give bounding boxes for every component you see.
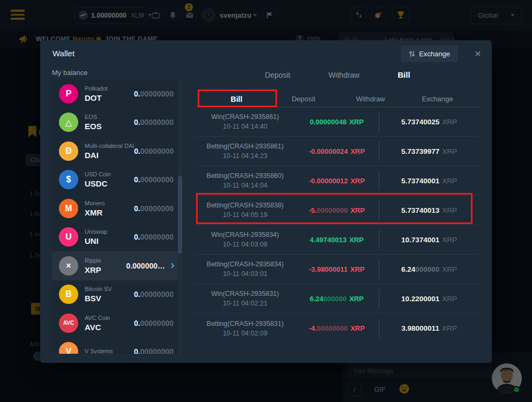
coin-ticker: DAI: [85, 151, 134, 160]
coin-ticker: XRP: [85, 265, 101, 274]
running-balance: 5.73739977XRP: [379, 147, 479, 155]
divider: [379, 230, 379, 250]
transaction-type: Win(CRASH-2935834): [196, 231, 295, 239]
transaction-type: Betting(CRASH-2935860): [196, 172, 295, 180]
coin-balance: 0.00000000: [134, 347, 174, 354]
transaction-time: 10-11 04:03:01: [196, 270, 295, 278]
transaction-type: Betting(CRASH-2935861): [196, 143, 295, 150]
coin-balance: 0.00000000: [134, 204, 174, 213]
transaction-type: Betting(CRASH-2935838): [196, 202, 295, 209]
bill-filter-tabs: BillDepositWithdrawExchange: [196, 92, 479, 107]
table-row: Betting(CRASH-2935831) 10-11 04:02:09 -4…: [196, 314, 479, 343]
transaction-time: 10-11 04:02:09: [196, 330, 295, 337]
coin-list-item[interactable]: AVC AVC Coin AVC 0.00000000: [52, 309, 182, 338]
transaction-time: 10-11 04:05:19: [196, 211, 295, 219]
coin-icon: V: [59, 342, 78, 354]
table-row: Win(CRASH-2935861) 10-11 04:14:40 0.0000…: [196, 107, 479, 137]
scrollbar-thumb[interactable]: [178, 176, 182, 254]
table-row: Win(CRASH-2935831) 10-11 04:02:21 6.2400…: [196, 284, 479, 314]
coin-icon: P: [59, 84, 78, 103]
transaction-amount: -4.00000000XRP: [295, 324, 379, 332]
coin-ticker: UNI: [85, 236, 107, 245]
coin-name: Uniswap: [85, 228, 107, 235]
coin-icon: U: [59, 227, 78, 247]
coin-ticker: DOT: [85, 93, 108, 102]
coin-name: Polkadot: [85, 85, 108, 92]
transaction-time: 10-11 04:14:40: [196, 123, 295, 130]
transaction-time: 10-11 04:14:23: [196, 152, 295, 160]
tab-bill[interactable]: Bill: [398, 70, 410, 79]
exchange-arrows-icon: [409, 50, 415, 57]
coin-icon: Đ: [59, 142, 78, 161]
coin-icon: ×: [59, 256, 78, 276]
divider: [379, 142, 379, 161]
exchange-label: Exchange: [419, 50, 450, 58]
transaction-time: 10-11 04:14:04: [196, 182, 295, 189]
coin-icon: AVC: [59, 314, 78, 333]
coin-ticker: USDC: [85, 179, 111, 188]
running-balance: 5.73740025XRP: [379, 118, 479, 126]
table-row: Betting(CRASH-2935861) 10-11 04:14:23 -0…: [196, 137, 479, 166]
exchange-button[interactable]: Exchange: [401, 46, 458, 62]
tab-deposit[interactable]: Deposit: [265, 71, 290, 79]
close-icon[interactable]: ×: [475, 46, 481, 61]
coin-ticker: BSV: [85, 294, 112, 303]
wallet-modal: Wallet Exchange × My balance P Polkadot …: [40, 40, 492, 363]
divider: [379, 171, 379, 191]
transaction-type: Win(CRASH-2935861): [196, 113, 295, 121]
coin-list-item[interactable]: P Polkadot DOT 0.00000000: [52, 79, 182, 108]
coin-balance: 0.00000000: [134, 90, 174, 98]
transaction-time: 10-11 04:03:08: [196, 241, 295, 248]
divider: [379, 259, 379, 279]
bill-filter-exchange[interactable]: Exchange: [404, 92, 471, 107]
coin-icon: $: [59, 170, 78, 189]
coin-list-item[interactable]: V V Systems 0.00000000: [52, 338, 182, 354]
coin-list-item[interactable]: $ USD Coin USDC 0.00000000: [52, 166, 182, 195]
coin-balance: 0.00000000: [134, 118, 174, 126]
coin-name: AVC Coin: [85, 315, 110, 321]
coin-name: V Systems: [85, 348, 113, 354]
coin-name: EOS: [85, 114, 102, 120]
running-balance: 5.73740013XRP: [379, 206, 479, 214]
table-row: Betting(CRASH-2935860) 10-11 04:14:04 -0…: [196, 166, 479, 196]
coin-balance: 0.00000000: [134, 175, 174, 184]
coin-balance: 0.000000…: [126, 262, 165, 270]
transaction-amount: -0.00000012XRP: [295, 177, 379, 185]
coin-list-item[interactable]: U Uniswap UNI 0.00000000: [52, 223, 182, 252]
coin-icon: B: [59, 285, 78, 304]
my-balance-label: My balance: [52, 69, 87, 77]
coin-name: Bitcoin SV: [85, 286, 112, 292]
coin-balance: 0.00000000: [134, 319, 174, 327]
bill-filter-withdraw[interactable]: Withdraw: [337, 92, 404, 107]
transaction-time: 10-11 04:02:21: [196, 300, 295, 307]
table-row: Betting(CRASH-2935838) 10-11 04:05:19 -5…: [196, 196, 479, 225]
table-row: Win(CRASH-2935834) 10-11 04:03:08 4.4974…: [196, 225, 479, 255]
bill-table: Win(CRASH-2935861) 10-11 04:14:40 0.0000…: [196, 107, 479, 343]
coin-name: Ripple: [85, 257, 101, 264]
coin-list-item[interactable]: △ EOS EOS 0.00000000: [52, 108, 182, 137]
coin-icon: M: [59, 199, 78, 218]
coin-name: Monero: [85, 200, 104, 206]
coin-icon: △: [59, 113, 78, 132]
chevron-right-icon: [169, 263, 175, 269]
coin-name: Multi-collateral DAI: [85, 143, 134, 149]
divider: [379, 318, 379, 338]
coin-ticker: EOS: [85, 122, 102, 131]
coin-ticker: AVC: [85, 323, 110, 332]
coin-list: P Polkadot DOT 0.00000000 △ EOS EOS 0.00…: [52, 79, 182, 354]
transaction-type: Betting(CRASH-2935834): [196, 260, 295, 268]
running-balance: 6.24000000XRP: [379, 265, 479, 273]
transaction-amount: -3.98000011XRP: [295, 265, 379, 273]
bill-filter-deposit[interactable]: Deposit: [270, 92, 337, 107]
bill-filter-bill[interactable]: Bill: [203, 92, 270, 107]
transaction-type: Win(CRASH-2935831): [196, 290, 295, 297]
running-balance: 3.98000011XRP: [379, 324, 479, 332]
coin-list-item[interactable]: M Monero XMR 0.00000000: [52, 194, 182, 223]
coin-balance: 0.00000000: [134, 290, 174, 299]
divider: [379, 200, 379, 220]
coin-list-item[interactable]: Đ Multi-collateral DAI DAI 0.00000000: [52, 137, 182, 166]
coin-list-item[interactable]: × Ripple XRP 0.000000…: [52, 251, 182, 280]
running-balance: 10.7374001XRP: [379, 236, 479, 244]
coin-list-item[interactable]: B Bitcoin SV BSV 0.00000000: [52, 280, 182, 309]
tab-withdraw[interactable]: Withdraw: [328, 71, 359, 79]
